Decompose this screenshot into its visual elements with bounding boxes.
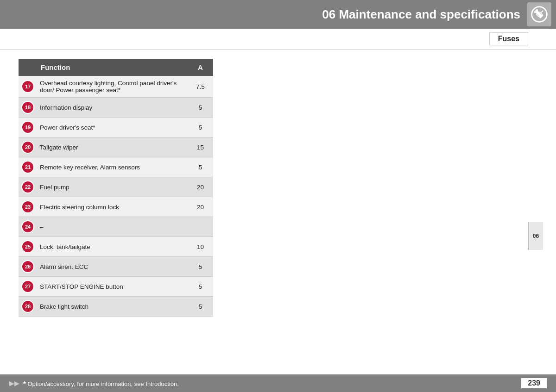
fuses-label: Fuses [489, 32, 528, 45]
fuse-amperage-cell: 5 [188, 297, 213, 317]
fuse-badge: 22 [22, 181, 34, 193]
table-row: 21Remote key receiver, Alarm sensors5 [19, 157, 213, 177]
fuse-number-cell: 25 [19, 237, 37, 257]
fuse-amperage-cell: 5 [188, 98, 213, 118]
table-row: 18Information display5 [19, 98, 213, 118]
fuse-number-cell: 20 [19, 137, 37, 157]
fuse-number-cell: 18 [19, 98, 37, 118]
fuse-badge: 26 [22, 261, 34, 273]
fuse-function-cell: Tailgate wiper [37, 137, 188, 157]
fuse-amperage-cell: 10 [188, 237, 213, 257]
fuse-number-cell: 23 [19, 197, 37, 217]
fuse-badge: 20 [22, 141, 34, 153]
table-row: 19Power driver's seat*5 [19, 118, 213, 137]
fuse-function-cell: – [37, 217, 188, 237]
table-row: 27START/STOP ENGINE button5 [19, 277, 213, 297]
fuse-amperage-cell: 5 [188, 257, 213, 277]
fuse-number-cell: 26 [19, 257, 37, 277]
fuse-amperage-cell: 5 [188, 157, 213, 177]
fuse-table: Function A 17Overhead courtesy lighting,… [19, 59, 213, 317]
chapter-marker: 06 [528, 222, 543, 250]
page-footer: ▶▶ * Option/accessory, for more informat… [0, 374, 556, 392]
table-row: 24– [19, 217, 213, 237]
fuse-number-cell: 17 [19, 76, 37, 98]
table-row: 17Overhead courtesy lighting, Control pa… [19, 76, 213, 98]
fuse-number-cell: 21 [19, 157, 37, 177]
fuses-bar: Fuses [0, 29, 556, 50]
fuse-badge: 23 [22, 201, 34, 213]
fuse-badge: 28 [22, 300, 34, 312]
fuse-amperage-cell: 5 [188, 118, 213, 137]
fuse-function-cell: Power driver's seat* [37, 118, 188, 137]
main-content: Function A 17Overhead courtesy lighting,… [0, 50, 556, 326]
fuse-number-cell: 27 [19, 277, 37, 297]
fuse-function-cell: Remote key receiver, Alarm sensors [37, 157, 188, 177]
fuse-function-cell: Information display [37, 98, 188, 118]
footer-left: ▶▶ * Option/accessory, for more informat… [9, 380, 179, 387]
fuse-badge: 17 [22, 81, 34, 93]
fuse-amperage-cell: 7.5 [188, 76, 213, 98]
fuse-amperage-cell: 20 [188, 197, 213, 217]
fuse-table-container: Function A 17Overhead courtesy lighting,… [19, 59, 213, 317]
fuse-badge: 21 [22, 161, 34, 173]
table-row: 25Lock, tank/tailgate10 [19, 237, 213, 257]
table-row: 22Fuel pump20 [19, 177, 213, 197]
fuse-badge: 19 [22, 121, 34, 133]
fuse-badge: 18 [22, 101, 34, 113]
fuse-number-cell: 19 [19, 118, 37, 137]
fuse-number-cell: 28 [19, 297, 37, 317]
fuse-number-cell: 24 [19, 217, 37, 237]
fuse-function-cell: START/STOP ENGINE button [37, 277, 188, 297]
asterisk: * [23, 380, 26, 387]
fuse-function-cell: Alarm siren. ECC [37, 257, 188, 277]
table-row: 20Tailgate wiper15 [19, 137, 213, 157]
fuse-number-cell: 22 [19, 177, 37, 197]
fuse-function-cell: Brake light switch [37, 297, 188, 317]
table-row: 23Electric steering column lock20 [19, 197, 213, 217]
col-func-header: Function [37, 59, 188, 76]
fuse-function-cell: Overhead courtesy lighting, Control pane… [37, 76, 188, 98]
chapter-title: 06 Maintenance and specifications [0, 7, 527, 22]
page-number: 239 [521, 378, 547, 388]
fuse-amperage-cell: 15 [188, 137, 213, 157]
fuse-amperage-cell: 20 [188, 177, 213, 197]
col-a-header: A [188, 59, 213, 76]
col-num-header [19, 59, 37, 76]
footer-arrows: ▶▶ [9, 380, 19, 387]
fuse-function-cell: Lock, tank/tailgate [37, 237, 188, 257]
page-header: 06 Maintenance and specifications [0, 0, 556, 29]
chapter-icon [527, 2, 551, 26]
table-row: 26Alarm siren. ECC5 [19, 257, 213, 277]
fuse-badge: 27 [22, 280, 34, 292]
fuse-badge: 25 [22, 241, 34, 253]
table-row: 28Brake light switch5 [19, 297, 213, 317]
fuse-amperage-cell: 5 [188, 277, 213, 297]
footer-note: * Option/accessory, for more information… [23, 380, 179, 387]
footer-note-text: Option/accessory, for more information, … [27, 380, 178, 387]
fuse-amperage-cell [188, 217, 213, 237]
fuse-function-cell: Electric steering column lock [37, 197, 188, 217]
fuse-function-cell: Fuel pump [37, 177, 188, 197]
fuse-badge: 24 [22, 221, 34, 233]
